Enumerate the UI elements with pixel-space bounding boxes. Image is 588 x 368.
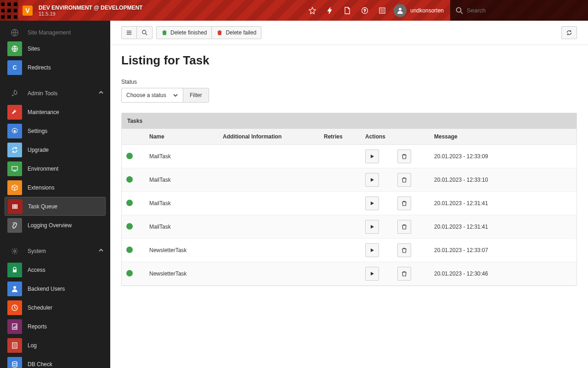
app-logo[interactable]: V — [18, 0, 37, 21]
table-row: MailTask20.01.2023 - 12:31:41 — [122, 215, 577, 239]
sidebar-item-sites[interactable]: Sites — [0, 39, 110, 58]
status-filter: Choose a status Filter — [121, 88, 577, 103]
sidebar-item-extensions[interactable]: Extensions — [0, 178, 110, 197]
sidebar-item-label: Access — [28, 267, 45, 273]
button-label: Filter — [190, 92, 202, 98]
sidebar-item-log[interactable]: Log — [0, 336, 110, 355]
svg-point-16 — [457, 7, 461, 12]
cell-message: 20.01.2023 - 12:33:09 — [430, 145, 577, 168]
sidebar-group-admin-tools[interactable]: Admin Tools — [0, 84, 110, 103]
status-dot — [126, 153, 133, 159]
trash-icon — [401, 224, 407, 230]
sidebar-item-label: Task Queue — [28, 203, 57, 210]
cell-retries — [319, 168, 361, 192]
refresh-button[interactable] — [561, 26, 577, 39]
sidebar-item-environment[interactable]: Environment — [0, 159, 110, 178]
sidebar-item-backend-users[interactable]: Backend Users — [0, 279, 110, 298]
sidebar-item-upgrade[interactable]: Upgrade — [0, 140, 110, 159]
delete-task-button[interactable] — [397, 220, 411, 234]
status-dot — [126, 200, 133, 206]
sidebar-item-logging-overview[interactable]: Logging Overview — [0, 216, 110, 235]
svg-rect-7 — [7, 15, 11, 19]
sidebar-item-label: Upgrade — [28, 147, 49, 153]
gear-outline-icon — [7, 247, 22, 255]
svg-rect-0 — [1, 2, 5, 6]
tasks-table-wrap: Tasks Name Additional Information Retrie… — [121, 113, 577, 286]
help-button[interactable]: ? — [356, 0, 373, 21]
cell-name: MailTask — [145, 192, 218, 215]
col-info: Additional Information — [218, 129, 319, 145]
sidebar-item-db-check[interactable]: DB Check — [0, 355, 110, 368]
delete-task-button[interactable] — [397, 173, 411, 187]
cell-name: MailTask — [145, 168, 218, 192]
play-icon — [369, 154, 375, 159]
chevron-up-icon — [98, 90, 104, 97]
status-select[interactable]: Choose a status — [121, 88, 183, 103]
cell-actions — [361, 262, 430, 286]
button-label: Delete failed — [226, 29, 256, 36]
bookmark-button[interactable] — [304, 0, 321, 21]
run-task-button[interactable] — [365, 243, 379, 257]
trash-icon — [401, 271, 407, 276]
sidebar-item-reports[interactable]: Reports — [0, 317, 110, 336]
sidebar-item-access[interactable]: Access — [0, 260, 110, 279]
clock-icon — [7, 300, 22, 315]
sidebar-item-label: Redirects — [28, 64, 51, 71]
user-icon — [396, 7, 404, 14]
svg-line-17 — [461, 12, 463, 14]
sidebar-item-maintenance[interactable]: Maintenance — [0, 103, 110, 121]
global-search[interactable] — [450, 0, 588, 21]
cache-flush-button[interactable] — [321, 0, 339, 21]
search-view-button[interactable] — [137, 26, 153, 39]
module-sidebar: Site Management SitesRedirects Admin Too… — [0, 21, 110, 368]
cell-actions — [361, 168, 430, 192]
run-task-button[interactable] — [365, 173, 379, 187]
cell-name: MailTask — [145, 215, 218, 239]
sidebar-item-scheduler[interactable]: Scheduler — [0, 298, 110, 317]
delete-finished-button[interactable]: Delete finished — [156, 26, 212, 39]
run-task-button[interactable] — [365, 196, 379, 210]
play-icon — [369, 224, 375, 230]
svg-line-24 — [145, 34, 147, 35]
sidebar-item-site-management[interactable]: Site Management — [0, 26, 110, 39]
search-input[interactable] — [467, 7, 577, 14]
svg-point-15 — [399, 8, 401, 11]
sidebar-item-settings[interactable]: Settings — [0, 121, 110, 140]
run-task-button[interactable] — [365, 267, 379, 281]
filter-button[interactable]: Filter — [183, 88, 209, 103]
cell-info — [218, 239, 319, 262]
play-icon — [369, 201, 375, 206]
sidebar-item-task-queue[interactable]: Task Queue — [5, 197, 106, 216]
sidebar-item-redirects[interactable]: Redirects — [0, 58, 110, 77]
delete-task-button[interactable] — [397, 267, 411, 281]
gear-icon — [7, 124, 22, 138]
col-retries: Retries — [319, 129, 361, 145]
svg-point-19 — [14, 250, 16, 253]
trash-red-icon — [216, 29, 223, 36]
app-switcher-button[interactable] — [0, 0, 18, 21]
list-view-button[interactable] — [121, 26, 137, 39]
user-menu[interactable]: undkonsorten — [391, 0, 450, 21]
cell-message: 20.01.2023 - 12:30:46 — [430, 262, 577, 286]
sidebar-item-label: Reports — [28, 323, 47, 330]
sidebar-item-label: Site Management — [28, 29, 71, 36]
user-icon — [7, 282, 22, 296]
cell-retries — [319, 145, 361, 168]
run-task-button[interactable] — [365, 220, 379, 234]
sidebar-group-system[interactable]: System — [0, 242, 110, 260]
main-content: Delete finished Delete failed Listing fo… — [110, 21, 588, 368]
typo3-logo-icon: V — [23, 6, 33, 16]
table-row: MailTask20.01.2023 - 12:31:41 — [122, 192, 577, 215]
status-select-value: Choose a status — [126, 92, 166, 98]
run-task-button[interactable] — [365, 150, 379, 163]
svg-rect-6 — [1, 15, 5, 19]
delete-task-button[interactable] — [397, 150, 411, 163]
delete-task-button[interactable] — [397, 196, 411, 210]
refresh-icon — [566, 29, 572, 36]
delete-failed-button[interactable]: Delete failed — [212, 26, 261, 39]
system-info-button[interactable] — [373, 0, 391, 21]
open-docs-button[interactable] — [339, 0, 356, 21]
svg-rect-4 — [7, 9, 11, 12]
delete-task-button[interactable] — [397, 243, 411, 257]
env-version: 11.5.19 — [39, 11, 142, 17]
